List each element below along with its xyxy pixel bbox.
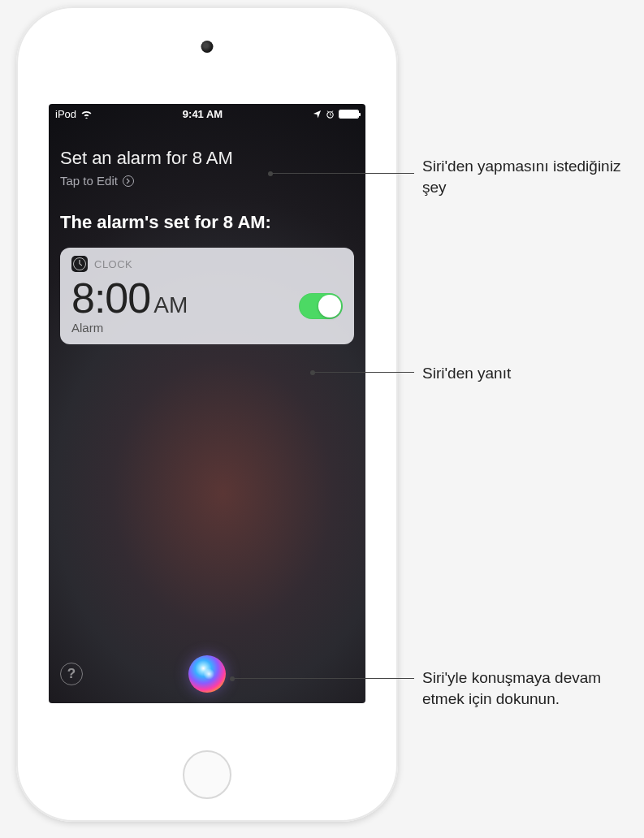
alarm-time: 8:00: [71, 277, 150, 319]
carrier-label: iPod: [55, 108, 76, 120]
status-bar: iPod 9:41 AM: [49, 104, 365, 123]
clock-app-name: CLOCK: [94, 258, 132, 270]
alarm-ampm: AM: [153, 292, 188, 318]
question-icon: ?: [67, 666, 76, 682]
clock-app-icon: [71, 256, 88, 272]
screen: iPod 9:41 AM Set an alarm for 8 AM Tap t…: [49, 104, 365, 703]
callout-request: Siri'den yapmasını istediğiniz şey: [422, 156, 633, 197]
chevron-right-icon: [123, 175, 134, 187]
status-time: 9:41 AM: [93, 108, 313, 120]
battery-icon: [339, 110, 359, 119]
alarm-toggle[interactable]: [299, 293, 343, 319]
wifi-icon: [80, 110, 93, 119]
callout-response: Siri'den yanıt: [422, 363, 633, 384]
tap-to-edit-button[interactable]: Tap to Edit: [60, 174, 354, 188]
clock-card[interactable]: CLOCK 8:00 AM Alarm: [60, 248, 354, 344]
home-button[interactable]: [183, 750, 231, 799]
location-icon: [313, 110, 322, 119]
callout-line: [270, 173, 414, 174]
alarm-label: Alarm: [71, 321, 188, 335]
callout-line: [313, 372, 414, 373]
callout-line: [232, 678, 414, 679]
device-frame: iPod 9:41 AM Set an alarm for 8 AM Tap t…: [16, 6, 398, 822]
siri-help-button[interactable]: ?: [60, 663, 83, 685]
callout-orb: Siri'yle konuşmaya devam etmek için doku…: [422, 667, 633, 709]
siri-user-request: Set an alarm for 8 AM: [60, 148, 354, 169]
siri-response: The alarm's set for 8 AM:: [60, 212, 354, 233]
tap-to-edit-label: Tap to Edit: [60, 174, 118, 188]
front-camera: [201, 41, 214, 53]
alarm-icon: [326, 110, 335, 119]
siri-orb-button[interactable]: [188, 655, 226, 693]
